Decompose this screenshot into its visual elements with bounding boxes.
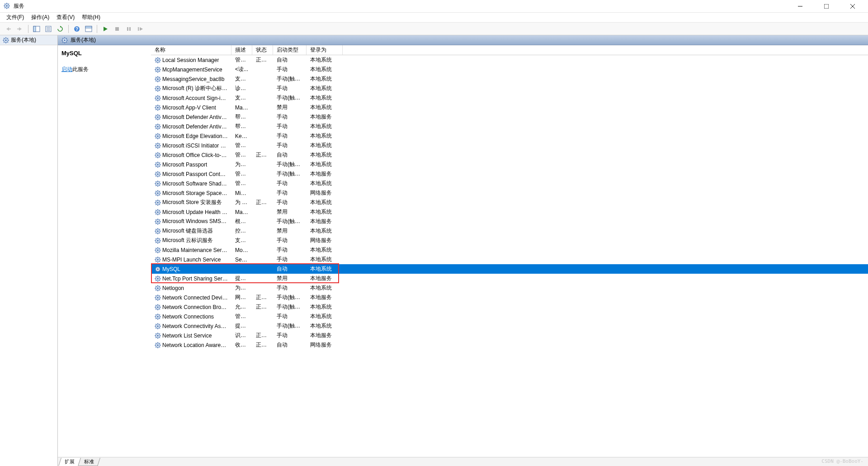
cell-startup: 手动 — [273, 85, 307, 92]
cell-name: Microsoft Defender Antivir... — [151, 114, 231, 120]
service-row[interactable]: Microsoft Store 安装服务为 M...正在...手动本地系统 — [151, 198, 868, 207]
tab-extended[interactable]: 扩展 — [58, 458, 81, 466]
minimize-button[interactable] — [791, 1, 809, 12]
service-name-text: Microsoft Software Shado... — [162, 181, 228, 187]
service-name-text: Microsoft Edge Elevation S... — [162, 133, 228, 139]
service-name-text: Microsoft 键盘筛选器 — [162, 227, 213, 235]
service-row[interactable]: Netlogon为用...手动本地系统 — [151, 283, 868, 293]
service-row[interactable]: Microsoft Edge Elevation S...Keep...手动本地… — [151, 131, 868, 141]
cell-startup: 自动 — [273, 56, 307, 64]
cell-name: MessagingService_bac8b — [151, 76, 231, 82]
cell-logon: 本地系统 — [307, 142, 343, 149]
cell-desc: Micr... — [231, 190, 252, 196]
pause-service-button[interactable] — [123, 24, 134, 34]
service-row[interactable]: McpManagementService<读...手动本地系统 — [151, 65, 868, 74]
service-row[interactable]: Microsoft (R) 诊断中心标准...诊断...手动本地系统 — [151, 84, 868, 93]
service-row[interactable]: MySQL自动本地系统 — [151, 264, 868, 274]
service-row[interactable]: Microsoft Defender Antivir...帮助...手动本地服务 — [151, 112, 868, 122]
service-row[interactable]: Microsoft Account Sign-in ...支持...手动(触发.… — [151, 93, 868, 103]
menu-view[interactable]: 查看(V) — [54, 13, 77, 22]
refresh-button[interactable] — [55, 24, 66, 34]
service-name-text: Net.Tcp Port Sharing Service — [162, 276, 228, 282]
gear-icon — [155, 124, 161, 130]
cell-logon: 本地服务 — [307, 218, 343, 225]
service-name-text: MySQL — [162, 266, 180, 272]
service-row[interactable]: Microsoft 键盘筛选器控制...禁用本地系统 — [151, 226, 868, 236]
col-desc[interactable]: 描述 — [231, 45, 252, 55]
gear-icon — [155, 333, 161, 339]
properties-button[interactable] — [43, 24, 54, 34]
cell-logon: 本地系统 — [307, 151, 343, 159]
col-logon[interactable]: 登录为 — [307, 45, 343, 55]
svg-rect-29 — [138, 27, 139, 31]
service-row[interactable]: Microsoft App-V ClientMan...禁用本地系统 — [151, 103, 868, 112]
service-row[interactable]: Network Connections管理...手动本地系统 — [151, 312, 868, 321]
cell-startup: 手动 — [273, 189, 307, 197]
cell-status: 正在... — [252, 151, 273, 159]
gear-icon — [155, 86, 161, 92]
forward-button[interactable] — [14, 24, 25, 34]
service-row[interactable]: Microsoft Office Click-to-R...管理 ...正在..… — [151, 150, 868, 160]
menu-action[interactable]: 操作(A) — [28, 13, 52, 22]
service-row[interactable]: Microsoft Defender Antivir...帮助...手动本地系统 — [151, 122, 868, 131]
service-row[interactable]: Network Connected Devic...网络...正在...手动(触… — [151, 293, 868, 302]
help-button[interactable]: ? — [71, 24, 82, 34]
service-row[interactable]: Net.Tcp Port Sharing Service提供...禁用本地服务 — [151, 274, 868, 283]
start-service-link[interactable]: 启动 — [61, 66, 72, 72]
service-row[interactable]: Network Location Awarene...收集...正在...自动网… — [151, 340, 868, 350]
service-name-text: Microsoft Storage Spaces S... — [162, 190, 228, 196]
service-row[interactable]: Network List Service识别...正在...手动本地服务 — [151, 331, 868, 340]
detail-actions: 启动此服务 — [61, 66, 147, 73]
cell-desc: Servi... — [231, 257, 252, 263]
service-row[interactable]: Microsoft Passport为用...手动(触发...本地系统 — [151, 160, 868, 169]
service-row[interactable]: Network Connectivity Assis...提供 ...手动(触发… — [151, 321, 868, 331]
service-row[interactable]: Network Connection Broker允许 ...正在...手动(触… — [151, 302, 868, 312]
cell-logon: 本地系统 — [307, 56, 343, 64]
start-service-button[interactable] — [100, 24, 111, 34]
menu-file[interactable]: 文件(F) — [4, 13, 27, 22]
cell-logon: 本地系统 — [307, 313, 343, 320]
service-row[interactable]: Microsoft 云标识服务支持...手动网络服务 — [151, 236, 868, 245]
svg-rect-25 — [85, 26, 92, 28]
cell-logon: 本地服务 — [307, 275, 343, 282]
cell-logon: 本地系统 — [307, 75, 343, 83]
service-name-text: Microsoft (R) 诊断中心标准... — [162, 85, 228, 92]
cell-name: Microsoft Passport Container — [151, 171, 231, 177]
service-row[interactable]: Microsoft Passport Container管理...手动(触发..… — [151, 169, 868, 179]
maximize-button[interactable] — [817, 1, 835, 12]
col-startup[interactable]: 启动类型 — [273, 45, 307, 55]
service-row[interactable]: MS-MPI Launch ServiceServi...手动本地系统 — [151, 255, 868, 264]
cell-logon: 本地系统 — [307, 85, 343, 92]
export-button[interactable] — [83, 24, 94, 34]
service-row[interactable]: Microsoft Storage Spaces S...Micr...手动网络… — [151, 188, 868, 198]
cell-name: Microsoft 云标识服务 — [151, 237, 231, 244]
service-row[interactable]: Mozilla Maintenance ServiceMozi...手动本地系统 — [151, 245, 868, 255]
service-row[interactable]: Microsoft Update Health S...Main...禁用本地系… — [151, 207, 868, 217]
gear-icon — [61, 37, 68, 43]
close-button[interactable] — [844, 1, 862, 12]
restart-service-button[interactable] — [135, 24, 146, 34]
console-tree[interactable]: 服务(本地) — [0, 35, 58, 466]
menu-bar: 文件(F) 操作(A) 查看(V) 帮助(H) — [0, 13, 868, 23]
tree-node-services-local[interactable]: 服务(本地) — [0, 35, 57, 45]
service-name-text: Mozilla Maintenance Service — [162, 247, 228, 253]
col-name[interactable]: 名称 — [151, 45, 231, 55]
tab-standard[interactable]: 标准 — [78, 458, 100, 466]
stop-service-button[interactable] — [112, 24, 123, 34]
service-name-text: Microsoft iSCSI Initiator Ser... — [162, 143, 228, 149]
service-row[interactable]: Microsoft Software Shado...管理...手动本地系统 — [151, 179, 868, 188]
service-row[interactable]: Local Session Manager管理...正在...自动本地系统 — [151, 55, 868, 65]
back-button[interactable] — [3, 24, 14, 34]
cell-desc: 提供 ... — [231, 322, 252, 330]
col-status[interactable]: 状态 — [252, 45, 273, 55]
show-hide-tree-button[interactable] — [31, 24, 42, 34]
cell-desc: 网络... — [231, 294, 252, 301]
cell-name: Microsoft Update Health S... — [151, 209, 231, 215]
service-rows[interactable]: Local Session Manager管理...正在...自动本地系统Mcp… — [151, 55, 868, 457]
service-row[interactable]: Microsoft Windows SMS 路...根据...手动(触发...本… — [151, 217, 868, 226]
menu-help[interactable]: 帮助(H) — [79, 13, 103, 22]
cell-desc: 为用... — [231, 284, 252, 292]
cell-startup: 手动(触发... — [273, 161, 307, 168]
service-row[interactable]: MessagingService_bac8b支持...手动(触发...本地系统 — [151, 74, 868, 84]
service-row[interactable]: Microsoft iSCSI Initiator Ser...管理...手动本… — [151, 141, 868, 150]
